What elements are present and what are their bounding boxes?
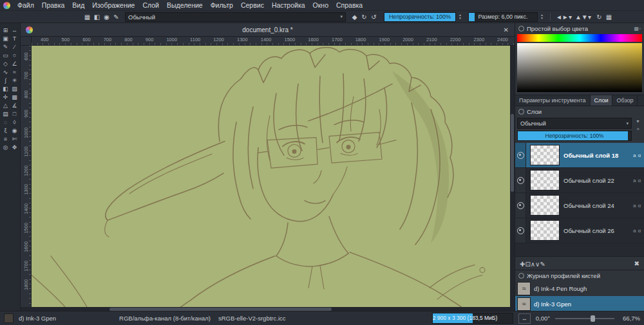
menu-item[interactable]: Настройка xyxy=(268,1,309,10)
ellipse-tool[interactable]: ○ xyxy=(10,51,19,59)
menu-item[interactable]: Файл xyxy=(14,1,38,10)
menu-item[interactable]: Правка xyxy=(38,1,68,10)
layer-thumbnail[interactable] xyxy=(530,145,560,165)
brush-size-slider[interactable]: Размер: 6,00 пикс. xyxy=(468,12,538,22)
fill-tool[interactable]: ◧ xyxy=(1,84,10,93)
visibility-cell[interactable] xyxy=(515,143,526,167)
zoom-tool[interactable]: ◎ xyxy=(1,143,10,151)
vertical-scrollbar-handle[interactable] xyxy=(511,114,514,192)
caret-icon[interactable]: ▾ xyxy=(565,14,575,21)
eraser-icon[interactable]: ◆ xyxy=(350,14,359,21)
move-tool[interactable]: ↔ xyxy=(10,26,19,34)
snap-icon[interactable]: ▦ xyxy=(604,14,614,21)
close-document-icon[interactable]: ✕ xyxy=(504,26,509,33)
brush-preset-row[interactable]: ≈ d) Ink-4 Pen Rough xyxy=(515,281,644,296)
line-tool[interactable]: ∕ xyxy=(10,42,19,51)
gradient-tool[interactable]: ▨ xyxy=(10,84,19,93)
polygon-tool[interactable]: ◇ xyxy=(1,59,10,68)
inherit-alpha-icon[interactable]: α xyxy=(638,203,641,209)
zoom-level[interactable]: 66,7% xyxy=(620,315,640,322)
contiguous-selection-tool[interactable]: ◉ xyxy=(10,126,19,135)
edit-brush-settings-icon[interactable]: ✎ xyxy=(111,14,121,21)
canvas-artwork[interactable] xyxy=(32,46,510,307)
menu-item[interactable]: Выделение xyxy=(163,1,207,10)
docker-tab[interactable]: Обзор xyxy=(612,95,638,106)
bezier-selection-tool[interactable]: ✄ xyxy=(10,135,19,143)
menu-item[interactable]: Слой xyxy=(138,1,163,10)
mirror-vertical-icon[interactable]: ▲▼ xyxy=(575,14,585,21)
crop-tool[interactable]: ▣ xyxy=(1,34,10,42)
visibility-cell[interactable] xyxy=(515,168,526,192)
inherit-alpha-icon[interactable]: α xyxy=(638,228,641,234)
measure-tool[interactable]: ∡ xyxy=(10,101,19,109)
polygonal-selection-tool[interactable]: ◊ xyxy=(10,118,19,126)
blend-mode-dropdown[interactable]: Обычный ▾ xyxy=(125,12,346,22)
layer-thumbnail[interactable] xyxy=(530,220,560,241)
alpha-lock-icon[interactable]: а xyxy=(633,178,636,183)
zoom-slider-handle[interactable] xyxy=(591,315,595,322)
smart-patch-tool[interactable]: ▩ xyxy=(10,93,19,101)
reload-preset-icon[interactable]: ↻ xyxy=(359,14,369,21)
wrap-around-icon[interactable]: ↻ xyxy=(594,14,604,21)
mirror-horizontal-icon[interactable]: ◄► xyxy=(556,14,565,21)
alpha-lock-icon[interactable]: а xyxy=(633,153,636,158)
layer-row[interactable]: Обычный слой 24 а α xyxy=(515,193,644,218)
polyline-tool[interactable]: ∠ xyxy=(10,59,19,68)
opacity-spin-buttons[interactable]: ▲▼ xyxy=(459,14,462,20)
layer-properties-button[interactable]: ✎ xyxy=(540,261,545,268)
gradient-icon[interactable]: ◧ xyxy=(92,14,102,21)
caret-icon[interactable]: ▾ xyxy=(585,14,594,21)
hue-bar[interactable] xyxy=(517,34,642,42)
float-docker-icon[interactable]: ▫ xyxy=(639,26,641,32)
rectangular-selection-tool[interactable]: □ xyxy=(10,109,19,118)
freehand-path-tool[interactable]: ≈ xyxy=(10,68,19,76)
docker-tab[interactable]: Слои xyxy=(591,95,613,106)
pan-mode-icon[interactable]: ↔ xyxy=(518,313,531,324)
inherit-alpha-icon[interactable]: α xyxy=(638,178,641,183)
menu-item[interactable]: Изображение xyxy=(88,1,138,10)
transform-tool[interactable]: ⊞ xyxy=(1,26,10,34)
pan-tool[interactable]: ✥ xyxy=(10,143,19,151)
docker-tab[interactable]: Параметры инструмента xyxy=(515,95,591,106)
text-tool[interactable]: T xyxy=(10,34,19,42)
similar-selection-tool[interactable]: ≡ xyxy=(1,135,10,143)
menu-item[interactable]: Вид xyxy=(68,1,88,10)
alpha-lock-icon[interactable]: а xyxy=(633,228,636,234)
rectangle-tool[interactable]: ▭ xyxy=(1,51,10,59)
reference-images-tool[interactable]: ▤ xyxy=(1,109,10,118)
brush-preset-row[interactable]: ≈ d) Ink-3 Gpen xyxy=(515,296,644,311)
pattern-icon[interactable]: ▦ xyxy=(82,14,92,21)
multibrush-tool[interactable]: ✳ xyxy=(10,76,19,84)
menu-item[interactable]: Сервис xyxy=(237,1,268,10)
menu-item[interactable]: Окно xyxy=(309,1,332,10)
layer-row[interactable]: Обычный слой 22 а α xyxy=(515,168,644,193)
opacity-slider[interactable]: Непрозрачность: 100% xyxy=(384,12,456,22)
reset-values-icon[interactable]: ↺ xyxy=(369,14,379,21)
filter-icon[interactable]: ▼ xyxy=(636,119,640,124)
canvas[interactable] xyxy=(32,46,510,307)
bezier-curve-tool[interactable]: ∿ xyxy=(1,68,10,76)
zoom-slider[interactable] xyxy=(555,314,614,323)
freehand-brush-tool[interactable]: ✎ xyxy=(1,42,10,51)
freehand-selection-tool[interactable]: ξ xyxy=(1,126,10,135)
menu-item[interactable]: Фильтр xyxy=(207,1,237,10)
brush-preset-icon[interactable]: ◉ xyxy=(102,14,111,21)
view-mode-icon[interactable]: ≡ xyxy=(636,127,639,131)
layer-row[interactable]: Обычный слой 18 а α xyxy=(515,143,644,168)
layer-blend-mode-dropdown[interactable]: Обычный ▾ xyxy=(517,118,632,129)
dynamic-brush-tool[interactable]: ∫ xyxy=(1,76,10,84)
visibility-cell[interactable] xyxy=(515,218,526,243)
layer-opacity-slider[interactable]: Непрозрачность: 100% xyxy=(517,131,632,141)
alpha-lock-icon[interactable]: а xyxy=(633,203,636,209)
layer-thumbnail[interactable] xyxy=(530,170,560,190)
duplicate-layer-button[interactable]: ⊡ xyxy=(525,261,530,268)
move-layer-up-button[interactable]: ∧ xyxy=(531,261,535,268)
size-spin-buttons[interactable]: ▲▼ xyxy=(540,14,544,20)
delete-layer-button[interactable]: ✖ xyxy=(634,260,639,267)
visibility-cell[interactable] xyxy=(515,193,526,218)
menu-item[interactable]: Справка xyxy=(332,1,366,10)
elliptical-selection-tool[interactable]: ◌ xyxy=(1,118,10,126)
vertical-scrollbar[interactable] xyxy=(510,46,515,307)
document-title[interactable]: document_0.kra * xyxy=(21,26,515,33)
layer-thumbnail[interactable] xyxy=(530,195,560,216)
